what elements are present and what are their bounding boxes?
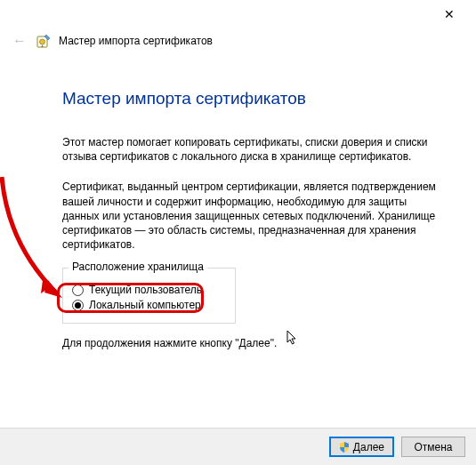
radio-current-user[interactable]: Текущий пользователь	[72, 284, 226, 296]
close-button[interactable]: ✕	[432, 4, 467, 25]
cancel-button-label: Отмена	[414, 441, 452, 453]
shield-icon	[339, 442, 350, 453]
radio-icon	[72, 300, 84, 311]
next-button[interactable]: Далее	[329, 437, 394, 457]
svg-marker-3	[44, 280, 62, 298]
header-row: ← Мастер импорта сертификатов	[11, 32, 213, 50]
group-legend: Расположение хранилища	[69, 261, 207, 273]
svg-point-1	[40, 39, 45, 44]
continue-hint: Для продолжения нажмите кнопку "Далее".	[62, 336, 440, 350]
titlebar: ✕	[0, 0, 476, 27]
intro-paragraph-1: Этот мастер помогает копировать сертифик…	[62, 135, 440, 164]
content-area: Мастер импорта сертификатов Этот мастер …	[62, 89, 440, 367]
radio-local-computer[interactable]: Локальный компьютер	[72, 299, 226, 311]
back-arrow-icon: ←	[11, 32, 28, 50]
next-button-label: Далее	[353, 441, 384, 453]
radio-label: Текущий пользователь	[89, 284, 202, 296]
store-location-group: Расположение хранилища Текущий пользоват…	[62, 268, 236, 324]
intro-paragraph-2: Сертификат, выданный центром сертификаци…	[62, 180, 440, 252]
cancel-button[interactable]: Отмена	[401, 437, 465, 457]
wizard-icon	[36, 33, 52, 49]
footer: Далее Отмена	[0, 428, 476, 465]
svg-marker-2	[41, 280, 57, 293]
radio-icon	[72, 285, 84, 296]
page-heading: Мастер импорта сертификатов	[62, 89, 440, 108]
header-title: Мастер импорта сертификатов	[59, 35, 213, 47]
radio-label: Локальный компьютер	[89, 299, 201, 311]
